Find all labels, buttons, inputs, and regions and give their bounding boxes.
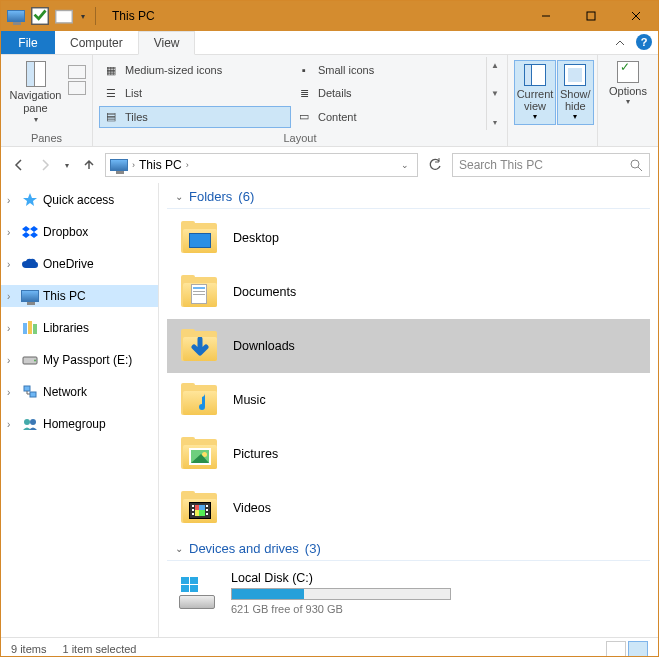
status-item-count: 9 items [11,643,46,655]
svg-rect-3 [587,12,595,20]
folder-icon [181,275,219,309]
drive-name: Local Disk (C:) [231,571,638,585]
layout-list[interactable]: ☰List [99,82,291,104]
tree-item-quickaccess[interactable]: ›Quick access [1,189,158,211]
qat-thispc-icon[interactable] [5,5,27,27]
tree-item-libraries[interactable]: ›Libraries [1,317,158,339]
tab-computer[interactable]: Computer [55,31,138,54]
status-selected-count: 1 item selected [62,643,136,655]
svg-point-16 [30,419,36,425]
layout-scroll-down-icon[interactable]: ▼ [489,88,501,100]
svg-rect-17 [181,577,189,584]
options-button[interactable]: Options ▾ [609,61,647,106]
navigation-tree: ›Quick access ›Dropbox ›OneDrive ›This P… [1,183,159,637]
onedrive-icon [21,256,39,272]
svg-rect-18 [190,577,198,584]
folder-documents[interactable]: Documents [167,265,650,319]
qat-dropdown-icon[interactable]: ▾ [77,5,89,27]
libraries-icon [21,320,39,336]
svg-rect-9 [28,321,32,334]
tree-item-thispc[interactable]: ›This PC [1,285,158,307]
folder-icon [181,383,219,417]
svg-rect-14 [30,392,36,397]
title-bar: ▾ This PC [1,1,658,31]
drive-capacity-bar [231,588,451,600]
layout-content[interactable]: ▭Content [292,106,484,128]
layout-tiles[interactable]: ▤Tiles [99,106,291,128]
preview-pane-button[interactable] [68,65,86,79]
qat-newfolder-icon[interactable] [53,5,75,27]
svg-rect-10 [33,324,37,334]
navigation-pane-icon [26,61,46,87]
layout-medium-icons[interactable]: ▦Medium-sized icons [99,59,291,81]
qat-properties-icon[interactable] [29,5,51,27]
ribbon-tab-strip: File Computer View ? [1,31,658,55]
tree-item-homegroup[interactable]: ›Homegroup [1,413,158,435]
address-thispc-icon [110,159,128,171]
layout-small-icons[interactable]: ▪Small icons [292,59,484,81]
folder-pictures[interactable]: Pictures [167,427,650,481]
svg-point-12 [34,360,36,362]
homegroup-icon [21,416,39,432]
svg-line-7 [638,167,642,171]
show-hide-icon [564,64,586,86]
tab-file[interactable]: File [1,31,55,54]
drive-icon [179,577,217,609]
tree-item-onedrive[interactable]: ›OneDrive [1,253,158,275]
address-history-dropdown[interactable]: ⌄ [397,160,413,170]
folder-music[interactable]: Music [167,373,650,427]
nav-forward-button[interactable] [35,155,55,175]
ribbon-collapse-icon[interactable] [610,33,630,53]
window-title: This PC [112,9,155,23]
status-bar: 9 items 1 item selected [1,637,658,657]
statusbar-details-view-button[interactable] [606,641,626,657]
nav-up-button[interactable] [79,155,99,175]
group-header-drives[interactable]: ⌄ Devices and drives (3) [167,535,650,561]
chevron-down-icon: ⌄ [175,191,183,202]
statusbar-tiles-view-button[interactable] [628,641,648,657]
nav-back-button[interactable] [9,155,29,175]
breadcrumb-chevron-icon[interactable]: › [186,160,189,170]
drive-local-c[interactable]: Local Disk (C:) 621 GB free of 930 GB [167,563,650,623]
content-pane: ⌄ Folders (6) Desktop Documents Download… [159,183,658,637]
address-field[interactable]: › This PC › ⌄ [105,153,418,177]
minimize-button[interactable] [523,2,568,31]
layout-more-icon[interactable]: ▾ [489,116,501,128]
svg-rect-19 [181,585,189,592]
chevron-down-icon: ⌄ [175,543,183,554]
nav-recent-dropdown[interactable]: ▾ [61,155,73,175]
maximize-button[interactable] [568,2,613,31]
svg-rect-13 [24,386,30,391]
svg-rect-20 [190,585,198,592]
refresh-button[interactable] [424,154,446,176]
group-header-folders[interactable]: ⌄ Folders (6) [167,183,650,209]
breadcrumb-thispc[interactable]: This PC [139,158,182,172]
folder-icon [181,329,219,363]
search-input[interactable]: Search This PC [452,153,650,177]
search-placeholder: Search This PC [459,158,543,172]
show-hide-button[interactable]: Show/ hide ▾ [557,60,594,125]
close-button[interactable] [613,2,658,31]
layout-scroll-up-icon[interactable]: ▲ [489,59,501,71]
folder-icon [181,221,219,255]
details-pane-button[interactable] [68,81,86,95]
tree-item-network[interactable]: ›Network [1,381,158,403]
folder-desktop[interactable]: Desktop [167,211,650,265]
ribbon: Navigation pane ▾ Panes ▦Medium-sized ic… [1,55,658,147]
folder-icon [181,437,219,471]
thispc-icon [21,288,39,304]
folder-downloads[interactable]: Downloads [167,319,650,373]
tree-item-passport[interactable]: ›My Passport (E:) [1,349,158,371]
search-icon [630,159,643,172]
current-view-button[interactable]: Current view ▾ [514,60,556,125]
tree-item-dropbox[interactable]: ›Dropbox [1,221,158,243]
breadcrumb-chevron-icon[interactable]: › [132,160,135,170]
folder-videos[interactable]: Videos [167,481,650,535]
layout-details[interactable]: ≣Details [292,82,484,104]
network-icon [21,384,39,400]
tab-view[interactable]: View [138,31,196,55]
navigation-pane-button[interactable]: Navigation pane ▾ [8,61,64,124]
svg-rect-1 [56,11,73,23]
external-drive-icon [21,352,39,368]
help-icon[interactable]: ? [636,34,652,50]
